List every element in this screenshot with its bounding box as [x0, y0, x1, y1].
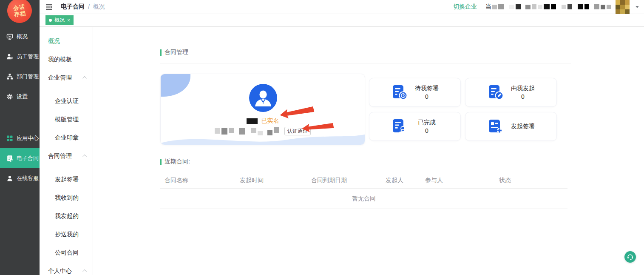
submenu-label: 我发起的: [55, 212, 79, 220]
sidebar-item-label: 应用中心: [17, 135, 39, 142]
section-title-bar: [160, 159, 162, 165]
submenu-label: 我的模板: [48, 56, 72, 63]
sidebar-item-label: 在线客服: [17, 175, 39, 182]
support-person-icon: [6, 175, 13, 182]
section-title-text: 合同管理: [165, 49, 188, 56]
right-region: 电子合同 / 概况 切换企业 当: [40, 0, 644, 275]
stat-text: 已完成 0: [408, 119, 446, 134]
table-header-row: 合同名称 发起时间 合同到期日期 发起人 参与人 状态: [160, 172, 567, 189]
table-empty-state: 暂无合同: [160, 189, 567, 209]
cards-row: 已实名: [160, 74, 644, 145]
settings-icon: [6, 93, 13, 100]
submenu-item-overview[interactable]: 概况: [40, 32, 93, 50]
main-content: 合同管理 已实名: [93, 27, 644, 275]
tab-close-icon[interactable]: ×: [67, 17, 70, 23]
submenu-group-company-mgmt[interactable]: 企业管理: [40, 69, 93, 87]
submenu-item-company-seal[interactable]: 企业印章: [40, 129, 93, 147]
sidebar-item-settings[interactable]: 设置: [0, 86, 40, 106]
switch-company-link[interactable]: 切换企业: [453, 3, 477, 11]
user-avatar[interactable]: [616, 0, 630, 14]
sidebar-item-app-center[interactable]: 应用中心: [0, 128, 40, 148]
breadcrumb-current: 概况: [93, 3, 105, 11]
submenu-label: 合同管理: [48, 152, 72, 160]
doc-plus-icon: [487, 118, 504, 135]
col-header-initiator: 发起人: [386, 177, 403, 184]
submenu-label: 发起签署: [55, 176, 79, 183]
stat-card-awaiting-my-sign[interactable]: 待我签署 0: [369, 78, 461, 107]
sidebar-item-overview[interactable]: 概况: [0, 26, 40, 46]
stat-card-start-signing[interactable]: 发起签署: [465, 112, 557, 141]
breadcrumb-separator: /: [88, 3, 90, 10]
sidebar-item-employees[interactable]: 员工管理: [0, 46, 40, 66]
stat-value: 0: [408, 127, 446, 134]
tab-label: 概况: [54, 17, 65, 24]
submenu-label: 个人中心: [48, 267, 72, 275]
stat-label: 发起签署: [504, 123, 542, 130]
tab-active-dot-icon: [49, 19, 52, 22]
divider: [160, 63, 571, 63]
stat-text: 发起签署: [504, 123, 542, 130]
submenu-item-my-templates[interactable]: 我的模板: [40, 50, 93, 69]
app-root: 会话 存档 概况 员工管理 部门管理: [0, 0, 644, 275]
stat-label: 由我发起: [504, 85, 542, 92]
submenu-item-company-contracts[interactable]: 公司合同: [40, 243, 93, 262]
decor-blob: [161, 74, 190, 97]
submenu-item-cc-me[interactable]: 抄送我的: [40, 225, 93, 243]
sidebar-item-departments[interactable]: 部门管理: [0, 66, 40, 86]
stat-text: 由我发起 0: [504, 85, 542, 100]
stat-card-initiated-by-me[interactable]: 由我发起 0: [465, 78, 557, 107]
sidebar-item-online-support[interactable]: 在线客服: [0, 168, 40, 188]
submenu-item-company-cert[interactable]: 企业认证: [40, 92, 93, 110]
breadcrumb: 电子合同 / 概况: [61, 3, 105, 11]
section-title-recent: 近期合同:: [160, 158, 644, 166]
doc-edit-icon: [487, 84, 504, 101]
submenu-label: 我收到的: [55, 194, 79, 202]
realname-row: 已实名: [161, 117, 365, 125]
submenu-group-personal-center[interactable]: 个人中心: [40, 262, 93, 275]
submenu-item-received[interactable]: 我收到的: [40, 189, 93, 207]
submenu-item-initiated[interactable]: 我发起的: [40, 207, 93, 225]
submenu-item-initiate-sign[interactable]: 发起签署: [40, 170, 93, 189]
sidebar-item-label: 概况: [17, 33, 28, 40]
profile-avatar-icon: [249, 84, 277, 112]
stat-value: 0: [504, 93, 542, 100]
stat-card-completed[interactable]: 已完成 0: [369, 112, 461, 141]
breadcrumb-root[interactable]: 电子合同: [61, 3, 85, 11]
customer-support-button[interactable]: [624, 251, 636, 263]
col-header-participants: 参与人: [425, 177, 443, 184]
doc-stamp-icon: [391, 118, 408, 135]
body-row: 概况 我的模板 企业管理 企业认证 模版管理 企业印章 合同管理 发起签署 我收…: [40, 27, 644, 275]
apps-icon: [6, 135, 13, 142]
realname-badge: 已实名: [261, 117, 279, 125]
submenu-item-template-mgmt[interactable]: 模版管理: [40, 110, 93, 129]
department-icon: [6, 73, 13, 80]
stat-label: 已完成: [408, 119, 446, 126]
main-menu: 概况 员工管理 部门管理 设置: [0, 0, 40, 188]
contract-icon: [6, 155, 13, 162]
col-header-expiry-date: 合同到期日期: [311, 177, 347, 184]
col-header-contract-name: 合同名称: [165, 177, 188, 184]
stat-text: 待我签署 0: [408, 85, 446, 100]
redacted-name-block: [247, 118, 258, 124]
tab-overview[interactable]: 概况 ×: [45, 15, 74, 25]
col-header-start-time: 发起时间: [240, 177, 264, 184]
chevron-down-icon[interactable]: [635, 6, 639, 8]
redacted-company-name: [492, 4, 611, 9]
main-sidebar: 会话 存档 概况 员工管理 部门管理: [0, 0, 40, 275]
employee-icon: [6, 53, 13, 60]
sidebar-item-econtract[interactable]: 电子合同: [0, 148, 40, 168]
submenu-label: 企业印章: [55, 134, 79, 142]
sidebar-item-label: 部门管理: [17, 73, 39, 80]
submenu-label: 企业管理: [48, 74, 72, 82]
submenu-group-contract-mgmt[interactable]: 合同管理: [40, 147, 93, 165]
submenu-label: 模版管理: [55, 116, 79, 123]
submenu-label: 公司合同: [55, 249, 79, 257]
recent-contracts-table: 合同名称 发起时间 合同到期日期 发起人 参与人 状态 暂无合同: [160, 172, 567, 209]
chevron-up-icon: [82, 155, 87, 159]
col-header-status: 状态: [499, 177, 511, 184]
company-label-prefix: 当: [485, 3, 491, 11]
section-title-bar: [160, 49, 162, 56]
hamburger-icon[interactable]: [45, 3, 53, 10]
submenu-label: 概况: [48, 37, 60, 45]
headset-icon: [627, 253, 634, 261]
